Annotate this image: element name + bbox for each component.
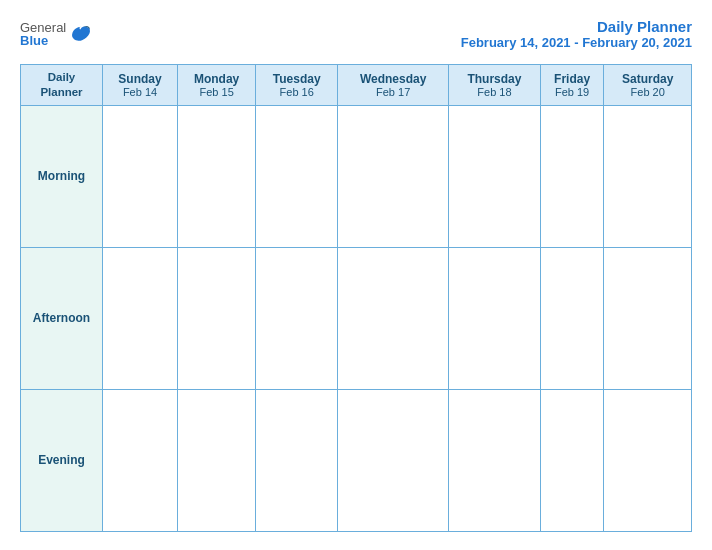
table-row-evening: Evening: [21, 389, 692, 531]
cell-thursday-evening[interactable]: [449, 389, 541, 531]
cell-wednesday-evening[interactable]: [338, 389, 449, 531]
row-label-evening: Evening: [21, 389, 103, 531]
cell-sunday-afternoon[interactable]: [103, 247, 178, 389]
table-header-sunday: Sunday Feb 14: [103, 65, 178, 106]
cell-wednesday-morning[interactable]: [338, 105, 449, 247]
cell-sunday-evening[interactable]: [103, 389, 178, 531]
cell-tuesday-evening[interactable]: [256, 389, 338, 531]
cell-saturday-morning[interactable]: [604, 105, 692, 247]
cell-friday-evening[interactable]: [540, 389, 604, 531]
calendar-table: DailyPlanner Sunday Feb 14 Monday Feb 15…: [20, 64, 692, 532]
cell-tuesday-afternoon[interactable]: [256, 247, 338, 389]
cell-wednesday-afternoon[interactable]: [338, 247, 449, 389]
cell-thursday-afternoon[interactable]: [449, 247, 541, 389]
cell-monday-afternoon[interactable]: [178, 247, 256, 389]
table-header-friday: Friday Feb 19: [540, 65, 604, 106]
row-label-morning: Morning: [21, 105, 103, 247]
table-row-afternoon: Afternoon: [21, 247, 692, 389]
cell-friday-morning[interactable]: [540, 105, 604, 247]
table-header-label: DailyPlanner: [21, 65, 103, 106]
page: General Blue Daily Planner February 14, …: [0, 0, 712, 550]
title-area: Daily Planner February 14, 2021 - Februa…: [461, 18, 692, 50]
logo-bird-icon: [70, 25, 92, 43]
logo-area: General Blue: [20, 21, 92, 47]
table-header-monday: Monday Feb 15: [178, 65, 256, 106]
table-header-saturday: Saturday Feb 20: [604, 65, 692, 106]
table-row-morning: Morning: [21, 105, 692, 247]
calendar-date-range: February 14, 2021 - February 20, 2021: [461, 35, 692, 50]
calendar-title: Daily Planner: [461, 18, 692, 35]
cell-saturday-evening[interactable]: [604, 389, 692, 531]
cell-sunday-morning[interactable]: [103, 105, 178, 247]
row-label-afternoon: Afternoon: [21, 247, 103, 389]
cell-tuesday-morning[interactable]: [256, 105, 338, 247]
header: General Blue Daily Planner February 14, …: [20, 18, 692, 50]
cell-monday-evening[interactable]: [178, 389, 256, 531]
table-header-thursday: Thursday Feb 18: [449, 65, 541, 106]
table-header-tuesday: Tuesday Feb 16: [256, 65, 338, 106]
cell-friday-afternoon[interactable]: [540, 247, 604, 389]
cell-monday-morning[interactable]: [178, 105, 256, 247]
logo-blue: Blue: [20, 34, 66, 47]
table-header-wednesday: Wednesday Feb 17: [338, 65, 449, 106]
cell-thursday-morning[interactable]: [449, 105, 541, 247]
cell-saturday-afternoon[interactable]: [604, 247, 692, 389]
